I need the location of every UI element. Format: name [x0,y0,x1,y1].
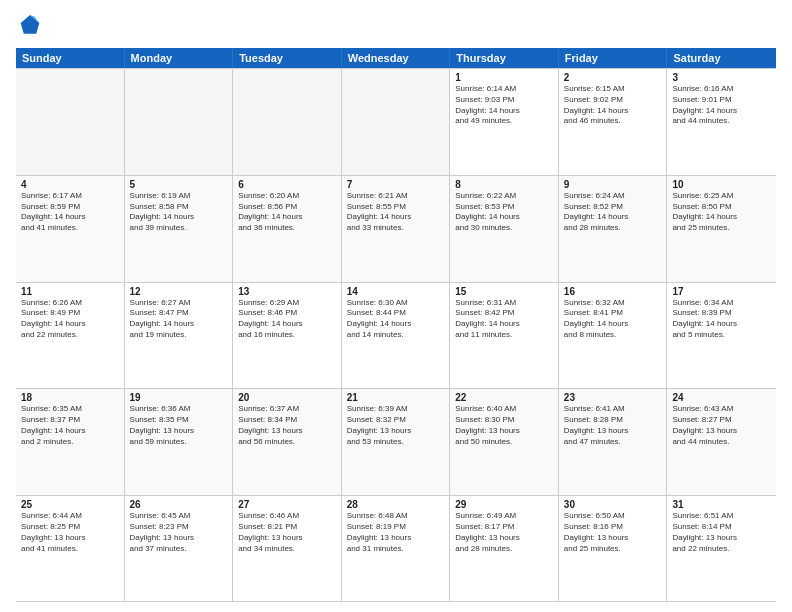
calendar-cell: 29Sunrise: 6:49 AM Sunset: 8:17 PM Dayli… [450,496,559,601]
calendar-cell: 19Sunrise: 6:36 AM Sunset: 8:35 PM Dayli… [125,389,234,495]
day-number: 26 [130,499,228,510]
cell-info: Sunrise: 6:41 AM Sunset: 8:28 PM Dayligh… [564,404,662,447]
header-cell-wednesday: Wednesday [342,48,451,68]
calendar-cell: 2Sunrise: 6:15 AM Sunset: 9:02 PM Daylig… [559,69,668,175]
day-number: 11 [21,286,119,297]
calendar-cell: 23Sunrise: 6:41 AM Sunset: 8:28 PM Dayli… [559,389,668,495]
cell-info: Sunrise: 6:46 AM Sunset: 8:21 PM Dayligh… [238,511,336,554]
cell-info: Sunrise: 6:21 AM Sunset: 8:55 PM Dayligh… [347,191,445,234]
logo-icon [16,12,44,40]
header-cell-sunday: Sunday [16,48,125,68]
cell-info: Sunrise: 6:17 AM Sunset: 8:59 PM Dayligh… [21,191,119,234]
day-number: 24 [672,392,771,403]
header-cell-saturday: Saturday [667,48,776,68]
cell-info: Sunrise: 6:40 AM Sunset: 8:30 PM Dayligh… [455,404,553,447]
calendar-cell: 16Sunrise: 6:32 AM Sunset: 8:41 PM Dayli… [559,283,668,389]
cell-info: Sunrise: 6:43 AM Sunset: 8:27 PM Dayligh… [672,404,771,447]
calendar-cell: 25Sunrise: 6:44 AM Sunset: 8:25 PM Dayli… [16,496,125,601]
cell-info: Sunrise: 6:15 AM Sunset: 9:02 PM Dayligh… [564,84,662,127]
calendar-row-1: 1Sunrise: 6:14 AM Sunset: 9:03 PM Daylig… [16,68,776,175]
day-number: 8 [455,179,553,190]
day-number: 6 [238,179,336,190]
calendar-cell: 26Sunrise: 6:45 AM Sunset: 8:23 PM Dayli… [125,496,234,601]
cell-info: Sunrise: 6:50 AM Sunset: 8:16 PM Dayligh… [564,511,662,554]
header [16,12,776,40]
day-number: 2 [564,72,662,83]
day-number: 18 [21,392,119,403]
calendar: SundayMondayTuesdayWednesdayThursdayFrid… [16,48,776,602]
calendar-cell: 4Sunrise: 6:17 AM Sunset: 8:59 PM Daylig… [16,176,125,282]
calendar-cell: 14Sunrise: 6:30 AM Sunset: 8:44 PM Dayli… [342,283,451,389]
day-number: 14 [347,286,445,297]
cell-info: Sunrise: 6:30 AM Sunset: 8:44 PM Dayligh… [347,298,445,341]
calendar-cell: 9Sunrise: 6:24 AM Sunset: 8:52 PM Daylig… [559,176,668,282]
calendar-cell: 21Sunrise: 6:39 AM Sunset: 8:32 PM Dayli… [342,389,451,495]
day-number: 19 [130,392,228,403]
calendar-header: SundayMondayTuesdayWednesdayThursdayFrid… [16,48,776,68]
day-number: 9 [564,179,662,190]
cell-info: Sunrise: 6:16 AM Sunset: 9:01 PM Dayligh… [672,84,771,127]
cell-info: Sunrise: 6:48 AM Sunset: 8:19 PM Dayligh… [347,511,445,554]
calendar-cell: 22Sunrise: 6:40 AM Sunset: 8:30 PM Dayli… [450,389,559,495]
calendar-cell [233,69,342,175]
cell-info: Sunrise: 6:51 AM Sunset: 8:14 PM Dayligh… [672,511,771,554]
day-number: 5 [130,179,228,190]
cell-info: Sunrise: 6:20 AM Sunset: 8:56 PM Dayligh… [238,191,336,234]
calendar-row-5: 25Sunrise: 6:44 AM Sunset: 8:25 PM Dayli… [16,495,776,602]
calendar-cell: 12Sunrise: 6:27 AM Sunset: 8:47 PM Dayli… [125,283,234,389]
cell-info: Sunrise: 6:39 AM Sunset: 8:32 PM Dayligh… [347,404,445,447]
calendar-cell: 30Sunrise: 6:50 AM Sunset: 8:16 PM Dayli… [559,496,668,601]
cell-info: Sunrise: 6:35 AM Sunset: 8:37 PM Dayligh… [21,404,119,447]
cell-info: Sunrise: 6:22 AM Sunset: 8:53 PM Dayligh… [455,191,553,234]
calendar-row-2: 4Sunrise: 6:17 AM Sunset: 8:59 PM Daylig… [16,175,776,282]
day-number: 1 [455,72,553,83]
calendar-cell: 3Sunrise: 6:16 AM Sunset: 9:01 PM Daylig… [667,69,776,175]
cell-info: Sunrise: 6:25 AM Sunset: 8:50 PM Dayligh… [672,191,771,234]
cell-info: Sunrise: 6:37 AM Sunset: 8:34 PM Dayligh… [238,404,336,447]
calendar-cell: 28Sunrise: 6:48 AM Sunset: 8:19 PM Dayli… [342,496,451,601]
day-number: 10 [672,179,771,190]
cell-info: Sunrise: 6:34 AM Sunset: 8:39 PM Dayligh… [672,298,771,341]
header-cell-tuesday: Tuesday [233,48,342,68]
day-number: 30 [564,499,662,510]
calendar-cell: 1Sunrise: 6:14 AM Sunset: 9:03 PM Daylig… [450,69,559,175]
day-number: 31 [672,499,771,510]
calendar-cell: 11Sunrise: 6:26 AM Sunset: 8:49 PM Dayli… [16,283,125,389]
cell-info: Sunrise: 6:31 AM Sunset: 8:42 PM Dayligh… [455,298,553,341]
calendar-cell: 27Sunrise: 6:46 AM Sunset: 8:21 PM Dayli… [233,496,342,601]
header-cell-friday: Friday [559,48,668,68]
day-number: 13 [238,286,336,297]
calendar-cell: 20Sunrise: 6:37 AM Sunset: 8:34 PM Dayli… [233,389,342,495]
day-number: 25 [21,499,119,510]
svg-marker-0 [21,15,40,34]
calendar-cell: 17Sunrise: 6:34 AM Sunset: 8:39 PM Dayli… [667,283,776,389]
day-number: 3 [672,72,771,83]
day-number: 4 [21,179,119,190]
calendar-cell: 7Sunrise: 6:21 AM Sunset: 8:55 PM Daylig… [342,176,451,282]
calendar-cell [342,69,451,175]
day-number: 27 [238,499,336,510]
calendar-cell: 15Sunrise: 6:31 AM Sunset: 8:42 PM Dayli… [450,283,559,389]
cell-info: Sunrise: 6:44 AM Sunset: 8:25 PM Dayligh… [21,511,119,554]
day-number: 28 [347,499,445,510]
logo [16,12,48,40]
day-number: 15 [455,286,553,297]
calendar-cell: 18Sunrise: 6:35 AM Sunset: 8:37 PM Dayli… [16,389,125,495]
calendar-cell: 31Sunrise: 6:51 AM Sunset: 8:14 PM Dayli… [667,496,776,601]
day-number: 7 [347,179,445,190]
calendar-body: 1Sunrise: 6:14 AM Sunset: 9:03 PM Daylig… [16,68,776,602]
calendar-cell: 10Sunrise: 6:25 AM Sunset: 8:50 PM Dayli… [667,176,776,282]
calendar-row-3: 11Sunrise: 6:26 AM Sunset: 8:49 PM Dayli… [16,282,776,389]
day-number: 12 [130,286,228,297]
calendar-cell: 13Sunrise: 6:29 AM Sunset: 8:46 PM Dayli… [233,283,342,389]
day-number: 21 [347,392,445,403]
cell-info: Sunrise: 6:14 AM Sunset: 9:03 PM Dayligh… [455,84,553,127]
calendar-cell: 8Sunrise: 6:22 AM Sunset: 8:53 PM Daylig… [450,176,559,282]
calendar-cell: 24Sunrise: 6:43 AM Sunset: 8:27 PM Dayli… [667,389,776,495]
calendar-cell [125,69,234,175]
calendar-row-4: 18Sunrise: 6:35 AM Sunset: 8:37 PM Dayli… [16,388,776,495]
day-number: 16 [564,286,662,297]
cell-info: Sunrise: 6:29 AM Sunset: 8:46 PM Dayligh… [238,298,336,341]
calendar-cell: 5Sunrise: 6:19 AM Sunset: 8:58 PM Daylig… [125,176,234,282]
cell-info: Sunrise: 6:36 AM Sunset: 8:35 PM Dayligh… [130,404,228,447]
